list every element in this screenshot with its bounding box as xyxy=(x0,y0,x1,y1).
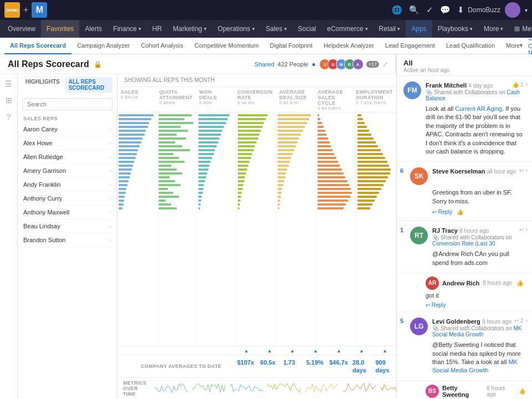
domo-icon: DOMO xyxy=(4,2,20,18)
bar-row xyxy=(198,195,236,198)
steve-like-btn[interactable]: 👍 xyxy=(457,209,463,215)
sparkline-sales xyxy=(152,381,190,397)
domobuzz-label: DomoBuzz xyxy=(468,6,500,14)
subnav-lead-eng[interactable]: Lead Engagement xyxy=(380,38,441,54)
nav-social[interactable]: Social xyxy=(293,20,322,38)
bar-row xyxy=(318,160,355,163)
bar-row xyxy=(119,125,156,129)
bar-row xyxy=(198,137,236,140)
bar-row xyxy=(238,149,275,152)
bar-row xyxy=(357,207,395,210)
subnav-competitive[interactable]: Competitive Momentum xyxy=(189,38,264,54)
rep-item[interactable]: Allen Rutledge› xyxy=(18,150,117,164)
bar-row xyxy=(278,121,315,125)
bar-row xyxy=(278,152,315,156)
search-input[interactable] xyxy=(22,98,112,110)
rep-item[interactable]: Amery Garrison› xyxy=(18,164,117,178)
nav-favorites[interactable]: Favorites xyxy=(41,20,79,38)
bar-row xyxy=(158,195,196,198)
rep-item[interactable]: Andy Franklin› xyxy=(18,178,117,192)
menu-button[interactable]: ⊞ Menu xyxy=(509,25,532,33)
deal-bars xyxy=(277,112,316,346)
bar-row xyxy=(198,207,236,210)
bar-row xyxy=(198,164,236,167)
company-avg-label: COMPANY AVERAGES TO DATE xyxy=(135,364,235,369)
help-icon[interactable]: ? xyxy=(7,112,11,121)
bar-row xyxy=(357,145,395,148)
chat-icon[interactable]: 💬 xyxy=(440,5,451,15)
bar-row xyxy=(119,168,156,171)
tab-highlights[interactable]: HIGHLIGHTS xyxy=(22,77,63,93)
sparkline-employ xyxy=(378,381,396,397)
bar-row xyxy=(357,183,395,187)
nav-apps[interactable]: Apps xyxy=(406,20,432,38)
bar-row xyxy=(357,141,395,144)
subnav-more[interactable]: More ▾ xyxy=(500,38,528,54)
add-button[interactable]: + xyxy=(23,5,28,15)
nav-marketing[interactable]: Marketing▾ xyxy=(167,20,212,38)
search-icon[interactable]: 🔍 xyxy=(409,5,420,15)
subnav-digital[interactable]: Digital Footprint xyxy=(264,38,318,54)
buzz-item-rj-wrapper: 1 ↩ › RT RJ Tracy 8 hours ago 📎 Shared w… xyxy=(397,221,532,312)
bar-row xyxy=(198,199,236,202)
bar-row xyxy=(318,195,355,198)
frank-name: Frank Mitchell xyxy=(426,82,467,89)
reply-btn-1[interactable]: ↩ Reply xyxy=(426,302,446,308)
steve-reply-btn[interactable]: ↩ Reply xyxy=(432,209,452,215)
list-icon[interactable]: ☰ xyxy=(5,79,12,88)
download-icon[interactable]: ⬇ xyxy=(457,5,464,15)
rep-item[interactable]: Anthony Curry› xyxy=(18,192,117,206)
bar-row xyxy=(119,137,156,140)
bar-row xyxy=(238,180,275,183)
bar-row xyxy=(357,172,395,175)
bar-row xyxy=(198,172,236,175)
nav-operations[interactable]: Operations▾ xyxy=(212,20,260,38)
bar-row xyxy=(158,191,196,195)
expand-icon[interactable]: ⤢ xyxy=(382,60,388,68)
create-new-button[interactable]: + Create New xyxy=(528,36,532,56)
bar-row xyxy=(238,191,275,195)
bar-row xyxy=(238,133,275,136)
company-averages-row: COMPANY AVERAGES TO DATE $107x 60.5x 1.7… xyxy=(117,355,396,378)
bar-row xyxy=(119,156,156,160)
globe-icon[interactable]: 🌐 xyxy=(392,5,402,15)
rep-item[interactable]: Aaron Carey› xyxy=(18,122,117,136)
user-avatar[interactable] xyxy=(505,2,520,18)
rep-item[interactable]: Brandon Sutton› xyxy=(18,233,117,247)
nav-playbooks[interactable]: Playbooks▾ xyxy=(432,20,478,38)
bar-row xyxy=(158,160,196,163)
rep-item[interactable]: Beau Lindsay› xyxy=(18,219,117,233)
subnav-lead-qual[interactable]: Lead Qualification xyxy=(441,38,500,54)
rep-item[interactable]: Alex Howe› xyxy=(18,136,117,150)
nav-ecommerce[interactable]: eCommerce▾ xyxy=(321,20,373,38)
nav-finance[interactable]: Finance▾ xyxy=(108,20,147,38)
bar-row xyxy=(278,117,315,121)
bar-row xyxy=(198,125,236,129)
rep-item[interactable]: Anthony Maxwell› xyxy=(18,206,117,219)
bar-row xyxy=(158,129,196,132)
nav-hr[interactable]: HR xyxy=(147,20,167,38)
bar-row xyxy=(158,152,196,156)
tab-all-reps[interactable]: ALL REPS SCORECARD xyxy=(65,77,112,93)
bar-row xyxy=(158,117,196,121)
subnav-campaign[interactable]: Campaign Analyzer xyxy=(71,38,135,54)
col-won: WON DEALS 0 40N xyxy=(196,87,234,112)
nav-sales[interactable]: Sales▾ xyxy=(260,20,293,38)
subnav-all-reps[interactable]: All Reps Scorecard xyxy=(4,38,71,54)
nav-overview[interactable]: Overview xyxy=(2,20,41,38)
table-icon[interactable]: ⊞ xyxy=(6,96,12,105)
subnav-helpdesk[interactable]: Helpdesk Analyzer xyxy=(318,38,380,54)
nav-alerts[interactable]: Alerts xyxy=(79,20,108,38)
bar-row xyxy=(318,133,355,136)
bar-row xyxy=(278,114,315,117)
sub-nav: All Reps Scorecard Campaign Analyzer Coh… xyxy=(0,38,532,54)
user-menu-icon[interactable]: ▾ xyxy=(525,7,528,13)
nav-retail[interactable]: Retail▾ xyxy=(374,20,406,38)
check-icon[interactable]: ✓ xyxy=(426,5,433,15)
bar-row xyxy=(119,114,156,117)
bar-row xyxy=(278,187,315,191)
bar-row xyxy=(278,172,315,175)
bar-row xyxy=(119,176,156,179)
nav-more[interactable]: More▾ xyxy=(478,20,509,38)
subnav-cohort[interactable]: Cohort Analysis xyxy=(135,38,188,54)
